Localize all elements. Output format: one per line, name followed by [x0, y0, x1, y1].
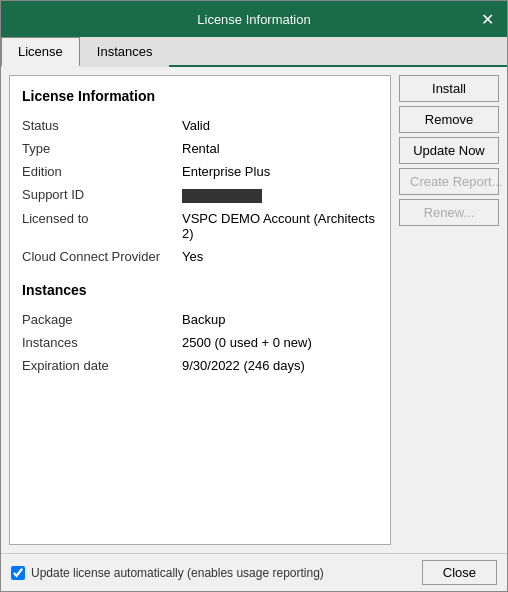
tab-bar: License Instances — [1, 37, 507, 67]
value-support-id — [182, 187, 378, 203]
title-close-button[interactable]: ✕ — [477, 9, 497, 29]
value-package: Backup — [182, 312, 378, 327]
row-expiration: Expiration date 9/30/2022 (246 days) — [22, 354, 378, 377]
content-area: License Information Status Valid Type Re… — [1, 67, 507, 553]
renew-button[interactable]: Renew... — [399, 199, 499, 226]
auto-update-checkbox[interactable] — [11, 566, 25, 580]
close-button[interactable]: Close — [422, 560, 497, 585]
label-package: Package — [22, 312, 182, 327]
auto-update-label: Update license automatically (enables us… — [31, 566, 324, 580]
label-type: Type — [22, 141, 182, 156]
label-support-id: Support ID — [22, 187, 182, 203]
license-dialog: License Information ✕ License Instances … — [0, 0, 508, 592]
row-status: Status Valid — [22, 114, 378, 137]
row-licensed-to: Licensed to VSPC DEMO Account (Architect… — [22, 207, 378, 245]
label-edition: Edition — [22, 164, 182, 179]
label-instances: Instances — [22, 335, 182, 350]
dialog-title: License Information — [31, 12, 477, 27]
value-licensed-to: VSPC DEMO Account (Architects 2) — [182, 211, 378, 241]
value-expiration: 9/30/2022 (246 days) — [182, 358, 378, 373]
row-package: Package Backup — [22, 308, 378, 331]
update-now-button[interactable]: Update Now — [399, 137, 499, 164]
remove-button[interactable]: Remove — [399, 106, 499, 133]
label-cloud-connect: Cloud Connect Provider — [22, 249, 182, 264]
value-type: Rental — [182, 141, 378, 156]
value-cloud-connect: Yes — [182, 249, 378, 264]
row-edition: Edition Enterprise Plus — [22, 160, 378, 183]
title-bar: License Information ✕ — [1, 1, 507, 37]
value-edition: Enterprise Plus — [182, 164, 378, 179]
info-panel: License Information Status Valid Type Re… — [9, 75, 391, 545]
value-instances: 2500 (0 used + 0 new) — [182, 335, 378, 350]
tab-instances[interactable]: Instances — [80, 37, 170, 67]
row-support-id: Support ID — [22, 183, 378, 207]
label-expiration: Expiration date — [22, 358, 182, 373]
row-instances: Instances 2500 (0 used + 0 new) — [22, 331, 378, 354]
footer: Update license automatically (enables us… — [1, 553, 507, 591]
footer-left: Update license automatically (enables us… — [11, 566, 324, 580]
install-button[interactable]: Install — [399, 75, 499, 102]
label-status: Status — [22, 118, 182, 133]
row-cloud-connect: Cloud Connect Provider Yes — [22, 245, 378, 268]
instances-section-title: Instances — [22, 282, 378, 298]
value-status: Valid — [182, 118, 378, 133]
instances-section: Instances Package Backup Instances 2500 … — [22, 282, 378, 377]
tab-license[interactable]: License — [1, 37, 80, 67]
create-report-button[interactable]: Create Report... — [399, 168, 499, 195]
auto-update-wrapper: Update license automatically (enables us… — [11, 566, 324, 580]
buttons-panel: Install Remove Update Now Create Report.… — [399, 75, 499, 545]
row-type: Type Rental — [22, 137, 378, 160]
license-section-title: License Information — [22, 88, 378, 104]
redacted-value — [182, 189, 262, 203]
label-licensed-to: Licensed to — [22, 211, 182, 241]
